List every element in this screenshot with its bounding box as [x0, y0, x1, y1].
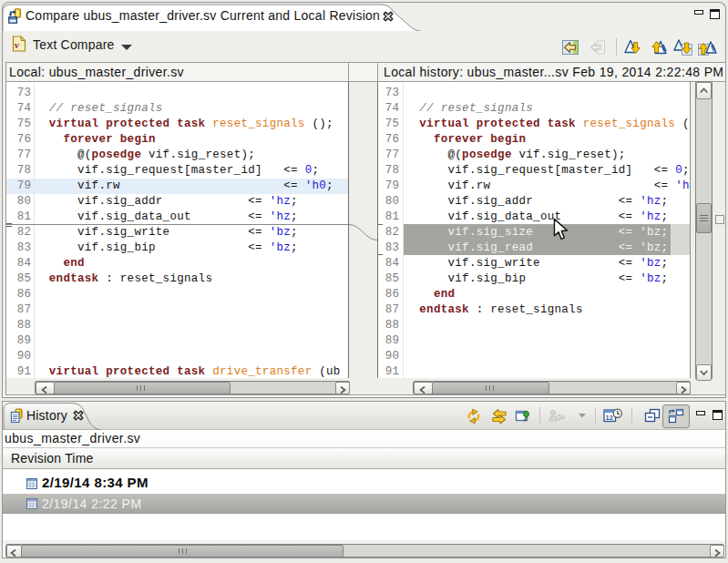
svg-text:12: 12 [606, 414, 613, 422]
svg-text:v: v [15, 39, 19, 50]
